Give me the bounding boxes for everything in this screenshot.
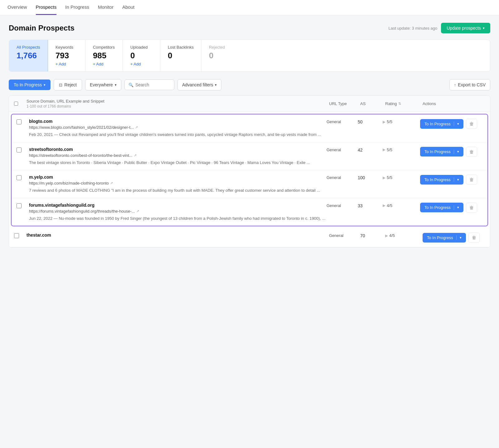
nav-item-monitor[interactable]: Monitor [98, 0, 114, 15]
stat-keywords-add[interactable]: + Add [56, 62, 78, 66]
delete-row-button[interactable]: 🗑 [466, 175, 477, 185]
search-box: 🔍 [124, 79, 174, 90]
action-chevron-icon: ▾ [460, 236, 462, 240]
nav-item-about[interactable]: About [122, 0, 134, 15]
row-source-cell: streetsoftoronto.com https://streetsofto… [29, 147, 327, 166]
row-source-cell: blogto.com https://www.blogto.com/fashio… [29, 119, 327, 138]
external-link-icon[interactable]: ↗ [110, 181, 113, 185]
url-type: General [329, 233, 360, 238]
header-right: Last update: 3 minutes ago Update prospe… [388, 23, 490, 33]
snippet: The best vintage stores in Toronto · Sib… [29, 160, 327, 166]
row-checkbox[interactable] [17, 119, 22, 124]
table-row: streetsoftoronto.com https://streetsofto… [12, 142, 487, 171]
external-link-icon[interactable]: ↗ [136, 209, 139, 213]
domain-url: https://www.blogto.com/fashion_style/202… [29, 125, 327, 130]
stat-all-prospects[interactable]: All Prospects 1,766 [9, 40, 48, 71]
advanced-filters-button[interactable]: Advanced filters ▾ [177, 79, 222, 90]
to-in-progress-button[interactable]: To In Progress ▾ [9, 79, 51, 90]
update-prospects-button[interactable]: Update prospects ▾ [441, 23, 490, 33]
row-action-dropdown[interactable]: To In Progress ▾ [423, 233, 466, 243]
stat-lost-backlinks[interactable]: Lost Backlinks 0 [160, 40, 201, 71]
domain-url: https://streetsoftoronto.com/best-of-tor… [29, 153, 327, 158]
btn-divider [454, 150, 454, 154]
row-source-cell: thestar.com [27, 233, 329, 239]
delete-icon: 🗑 [469, 205, 474, 210]
delete-icon: 🗑 [469, 121, 474, 126]
url-type: General [327, 119, 358, 124]
snippet: Jun 22, 2022 — Nu-mode was founded in 19… [29, 215, 327, 222]
delete-row-button[interactable]: 🗑 [466, 147, 477, 157]
url-text: https://streetsoftoronto.com/best-of-tor… [29, 153, 133, 158]
stat-rejected[interactable]: Rejected 0 [201, 40, 239, 71]
row-action-dropdown[interactable]: To In Progress ▾ [420, 175, 463, 185]
external-link-icon[interactable]: ↗ [134, 153, 137, 157]
domain-name: forums.vintagefashionguild.org [29, 203, 327, 208]
external-link-icon[interactable]: ↗ [135, 125, 138, 129]
rating-expand-icon[interactable]: ▶ [383, 147, 385, 152]
nav-item-prospects[interactable]: Prospects [36, 0, 57, 15]
table-header: Source Domain, URL Example and Snippet 1… [9, 96, 490, 112]
table-row: m.yelp.com https://m.yelp.com/biz/made-c… [12, 170, 487, 198]
advanced-filters-chevron-icon: ▾ [215, 83, 217, 87]
rating-expand-icon[interactable]: ▶ [383, 203, 385, 208]
actions-cell: To In Progress ▾ 🗑 [420, 147, 482, 157]
highlighted-rows-group: blogto.com https://www.blogto.com/fashio… [11, 114, 488, 226]
rating-sort-icon: ⇅ [398, 102, 401, 106]
search-input[interactable] [135, 82, 170, 87]
everywhere-chevron-icon: ▾ [115, 83, 117, 87]
update-btn-chevron-icon: ▾ [483, 26, 485, 30]
stat-keywords-value: 793 [56, 51, 78, 60]
row-checkbox[interactable] [14, 233, 19, 238]
as-value: 70 [360, 233, 385, 238]
row-action-dropdown[interactable]: To In Progress ▾ [420, 203, 463, 212]
btn-divider [454, 205, 454, 210]
actions-cell: To In Progress ▾ 🗑 [420, 203, 482, 213]
stat-uploaded-add[interactable]: + Add [130, 62, 153, 66]
stat-rejected-value: 0 [209, 51, 231, 60]
to-in-progress-chevron-icon: ▾ [44, 83, 46, 87]
row-checkbox[interactable] [17, 147, 22, 152]
row-action-dropdown[interactable]: To In Progress ▾ [420, 119, 463, 129]
row-checkbox[interactable] [17, 175, 22, 180]
url-type: General [327, 175, 358, 180]
rating-expand-icon[interactable]: ▶ [383, 120, 385, 124]
stat-competitors[interactable]: Competitors 985 + Add [85, 40, 123, 71]
stats-row: All Prospects 1,766 Keywords 793 + Add C… [9, 40, 490, 72]
delete-row-button[interactable]: 🗑 [466, 203, 477, 213]
rating-expand-icon[interactable]: ▶ [385, 234, 388, 238]
row-checkbox-cell [17, 119, 29, 124]
stat-lost-backlinks-value: 0 [168, 51, 194, 60]
everywhere-dropdown[interactable]: Everywhere ▾ [85, 79, 121, 90]
rating-expand-icon[interactable]: ▶ [383, 176, 385, 180]
col-header-as: AS [360, 101, 385, 106]
row-checkbox[interactable] [17, 203, 22, 208]
delete-row-button[interactable]: 🗑 [466, 119, 477, 129]
actions-cell: To In Progress ▾ 🗑 [420, 119, 482, 129]
row-checkbox-cell [17, 147, 29, 152]
stat-competitors-add[interactable]: + Add [93, 62, 115, 66]
rating-cell: ▶ 5/5 [383, 119, 420, 124]
select-all-checkbox[interactable] [14, 102, 18, 106]
col-header-rating[interactable]: Rating ⇅ [385, 101, 423, 106]
top-nav: Overview Prospects In Progress Monitor A… [0, 0, 499, 15]
rating-value: 5/5 [387, 175, 392, 180]
normal-rows-section: thestar.com General 70 ▶ 4/5 To In Progr… [9, 228, 490, 247]
row-action-dropdown[interactable]: To In Progress ▾ [420, 147, 463, 157]
delete-icon: 🗑 [469, 149, 474, 154]
nav-item-overview[interactable]: Overview [7, 0, 27, 15]
row-checkbox-cell [17, 203, 29, 208]
rating-cell: ▶ 5/5 [383, 147, 420, 152]
stat-all-prospects-value: 1,766 [17, 51, 40, 60]
export-csv-button[interactable]: ↑ Export to CSV [449, 79, 490, 90]
rating-value: 4/5 [387, 203, 392, 208]
col-header-url-type: URL Type [329, 101, 360, 106]
stat-keywords[interactable]: Keywords 793 + Add [48, 40, 85, 71]
reject-button[interactable]: ⊡ Reject [54, 79, 82, 90]
search-icon: 🔍 [128, 83, 133, 87]
prospects-table: Source Domain, URL Example and Snippet 1… [9, 95, 490, 248]
delete-icon: 🗑 [472, 235, 476, 240]
nav-item-in-progress[interactable]: In Progress [65, 0, 89, 15]
page-title: Domain Prospects [9, 24, 75, 32]
delete-row-button[interactable]: 🗑 [468, 233, 480, 243]
stat-uploaded[interactable]: Uploaded 0 + Add [123, 40, 160, 71]
